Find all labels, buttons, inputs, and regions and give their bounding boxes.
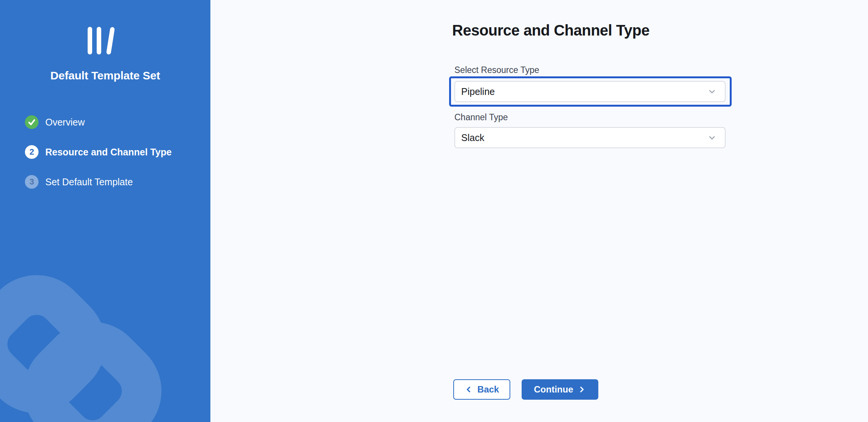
wizard-title: Default Template Set [0, 69, 210, 82]
step-resource-and-channel-type[interactable]: 2 Resource and Channel Type [25, 145, 171, 159]
step-label: Overview [45, 117, 85, 128]
chevron-right-icon [578, 385, 586, 394]
step-number-badge: 2 [25, 145, 39, 159]
channel-type-select[interactable]: Slack [454, 127, 726, 148]
step-set-default-template[interactable]: 3 Set Default Template [25, 175, 171, 189]
back-button-label: Back [477, 384, 499, 395]
chevron-left-icon [465, 385, 473, 394]
wizard-stepper: Overview 2 Resource and Channel Type 3 S… [25, 115, 171, 205]
step-label: Resource and Channel Type [45, 147, 171, 158]
resource-type-select[interactable]: Pipeline [454, 81, 726, 102]
page-title: Resource and Channel Type [452, 22, 649, 39]
continue-button[interactable]: Continue [522, 379, 598, 400]
channel-type-value: Slack [461, 132, 707, 143]
app-logo-icon [88, 27, 124, 57]
step-overview[interactable]: Overview [25, 115, 171, 129]
sidebar: Default Template Set Overview 2 Resource… [0, 0, 210, 422]
resource-type-label: Select Resource Type [454, 65, 539, 75]
step-label: Set Default Template [45, 177, 133, 188]
step-complete-icon [25, 115, 39, 129]
channel-type-label: Channel Type [454, 112, 508, 123]
chevron-down-icon [707, 87, 717, 96]
main-panel: Resource and Channel Type Select Resourc… [210, 0, 868, 422]
continue-button-label: Continue [534, 384, 573, 395]
resource-type-value: Pipeline [461, 86, 707, 97]
step-number-badge: 3 [25, 175, 39, 189]
chevron-down-icon [707, 133, 717, 142]
back-button[interactable]: Back [453, 379, 510, 400]
